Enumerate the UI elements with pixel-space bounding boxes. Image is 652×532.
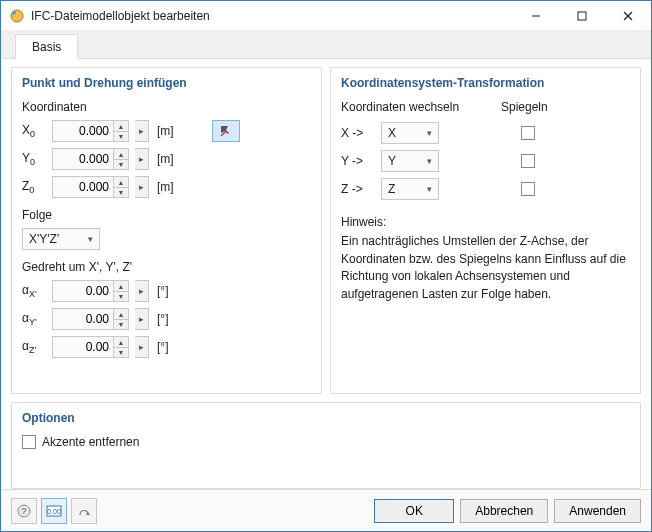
ok-button[interactable]: OK — [374, 499, 454, 523]
mirror-y-checkbox[interactable] — [521, 154, 535, 168]
row-alpha-x: αX' ▲▼ ▸ [°] — [22, 280, 311, 302]
help-icon-button[interactable]: ? — [11, 498, 37, 524]
content-area: Punkt und Drehung einfügen Koordinaten X… — [1, 59, 651, 489]
group-options: Optionen Akzente entfernen — [11, 402, 641, 489]
maximize-button[interactable] — [559, 1, 605, 31]
alpha-y-label: αY' — [22, 311, 46, 327]
group-transform: Koordinatensystem-Transformation Koordin… — [330, 67, 641, 394]
swap-label: Koordinaten wechseln — [341, 100, 501, 114]
alpha-x-step-button[interactable]: ▸ — [135, 280, 149, 302]
pick-point-button[interactable] — [212, 120, 240, 142]
app-icon — [9, 8, 25, 24]
alpha-x-spinner[interactable]: ▲▼ — [114, 280, 129, 302]
x-to-value: X — [388, 126, 396, 140]
row-z0: Z0 ▲▼ ▸ [m] — [22, 176, 311, 198]
row-folge: X'Y'Z' ▾ — [22, 228, 311, 250]
z0-label: Z0 — [22, 179, 46, 195]
note-body: Ein nachträgliches Umstellen der Z-Achse… — [341, 233, 630, 303]
y-from-label: Y -> — [341, 154, 381, 168]
alpha-z-step-button[interactable]: ▸ — [135, 336, 149, 358]
row-alpha-z: αZ' ▲▼ ▸ [°] — [22, 336, 311, 358]
alpha-y-spinner[interactable]: ▲▼ — [114, 308, 129, 330]
rotation-label: Gedreht um X', Y', Z' — [22, 260, 311, 274]
map-row-x: X -> X ▾ — [341, 122, 630, 144]
remove-accents-row: Akzente entfernen — [22, 435, 630, 449]
cancel-button[interactable]: Abbrechen — [460, 499, 548, 523]
row-alpha-y: αY' ▲▼ ▸ [°] — [22, 308, 311, 330]
y-to-value: Y — [388, 154, 396, 168]
group-insert-legend: Punkt und Drehung einfügen — [22, 76, 311, 90]
tab-bar: Basis — [1, 31, 651, 59]
map-row-y: Y -> Y ▾ — [341, 150, 630, 172]
y0-input[interactable] — [52, 148, 114, 170]
z0-spinner[interactable]: ▲▼ — [114, 176, 129, 198]
mirror-label: Spiegeln — [501, 100, 548, 114]
minimize-button[interactable] — [513, 1, 559, 31]
coordinates-label: Koordinaten — [22, 100, 311, 114]
alpha-y-step-button[interactable]: ▸ — [135, 308, 149, 330]
y0-label: Y0 — [22, 151, 46, 167]
x0-step-button[interactable]: ▸ — [135, 120, 149, 142]
alpha-y-input[interactable] — [52, 308, 114, 330]
y0-unit: [m] — [157, 152, 174, 166]
note-block: Hinweis: Ein nachträgliches Umstellen de… — [341, 214, 630, 303]
svg-point-1 — [12, 11, 16, 15]
y0-spinner[interactable]: ▲▼ — [114, 148, 129, 170]
tab-basis[interactable]: Basis — [15, 34, 78, 59]
svg-text:0,00: 0,00 — [47, 508, 61, 515]
row-y0: Y0 ▲▼ ▸ [m] — [22, 148, 311, 170]
x0-unit: [m] — [157, 124, 174, 138]
y0-step-button[interactable]: ▸ — [135, 148, 149, 170]
svg-text:?: ? — [21, 506, 26, 516]
close-button[interactable] — [605, 1, 651, 31]
note-heading: Hinweis: — [341, 214, 630, 231]
mirror-z-checkbox[interactable] — [521, 182, 535, 196]
svg-marker-12 — [86, 512, 90, 515]
z0-step-button[interactable]: ▸ — [135, 176, 149, 198]
transform-header: Koordinaten wechseln Spiegeln — [341, 100, 630, 114]
dialog-footer: ? 0,00 OK Abbrechen Anwenden — [1, 489, 651, 531]
alpha-z-label: αZ' — [22, 339, 46, 355]
alpha-x-unit: [°] — [157, 284, 168, 298]
row-x0: X0 ▲▼ ▸ [m] — [22, 120, 311, 142]
x0-spinner[interactable]: ▲▼ — [114, 120, 129, 142]
dialog-window: IFC-Dateimodellobjekt bearbeiten Basis P… — [0, 0, 652, 532]
group-insert: Punkt und Drehung einfügen Koordinaten X… — [11, 67, 322, 394]
folge-value: X'Y'Z' — [29, 232, 59, 246]
chevron-down-icon: ▾ — [88, 234, 93, 244]
window-title: IFC-Dateimodellobjekt bearbeiten — [31, 9, 513, 23]
z0-unit: [m] — [157, 180, 174, 194]
alpha-z-spinner[interactable]: ▲▼ — [114, 336, 129, 358]
z-from-label: Z -> — [341, 182, 381, 196]
alpha-z-input[interactable] — [52, 336, 114, 358]
folge-select[interactable]: X'Y'Z' ▾ — [22, 228, 100, 250]
reset-icon-button[interactable] — [71, 498, 97, 524]
titlebar: IFC-Dateimodellobjekt bearbeiten — [1, 1, 651, 31]
x0-label: X0 — [22, 123, 46, 139]
z-to-select[interactable]: Z ▾ — [381, 178, 439, 200]
folge-label: Folge — [22, 208, 311, 222]
units-icon-button[interactable]: 0,00 — [41, 498, 67, 524]
alpha-x-label: αX' — [22, 283, 46, 299]
chevron-down-icon: ▾ — [427, 156, 432, 166]
y-to-select[interactable]: Y ▾ — [381, 150, 439, 172]
x-to-select[interactable]: X ▾ — [381, 122, 439, 144]
x0-input[interactable] — [52, 120, 114, 142]
x-from-label: X -> — [341, 126, 381, 140]
chevron-down-icon: ▾ — [427, 184, 432, 194]
z0-input[interactable] — [52, 176, 114, 198]
mirror-x-checkbox[interactable] — [521, 126, 535, 140]
remove-accents-label: Akzente entfernen — [42, 435, 139, 449]
group-options-legend: Optionen — [22, 411, 630, 425]
alpha-y-unit: [°] — [157, 312, 168, 326]
svg-rect-3 — [578, 12, 586, 20]
group-transform-legend: Koordinatensystem-Transformation — [341, 76, 630, 90]
map-row-z: Z -> Z ▾ — [341, 178, 630, 200]
chevron-down-icon: ▾ — [427, 128, 432, 138]
alpha-x-input[interactable] — [52, 280, 114, 302]
z-to-value: Z — [388, 182, 395, 196]
alpha-z-unit: [°] — [157, 340, 168, 354]
remove-accents-checkbox[interactable] — [22, 435, 36, 449]
apply-button[interactable]: Anwenden — [554, 499, 641, 523]
